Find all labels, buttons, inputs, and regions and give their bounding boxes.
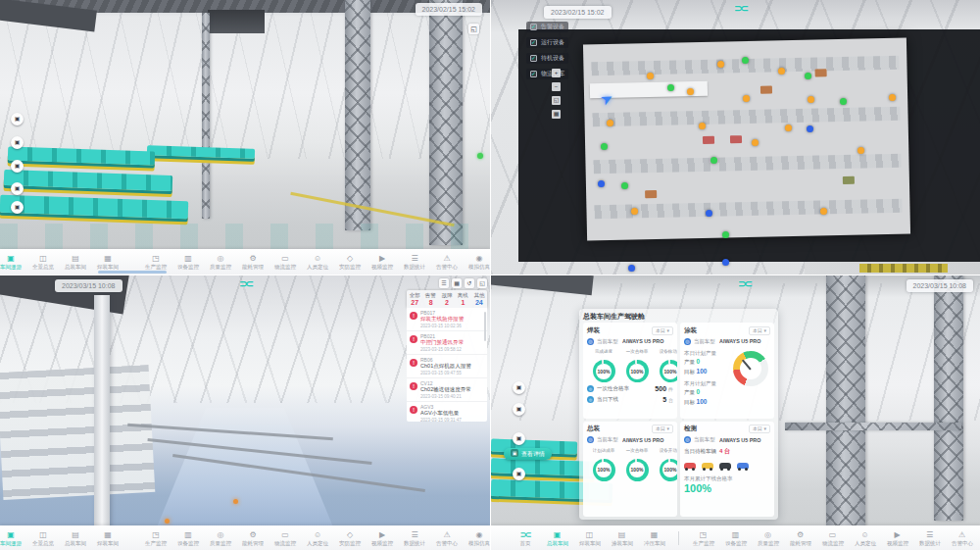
poi-marker[interactable]: ▣ <box>513 381 525 394</box>
toolbar-item-质量监控[interactable]: ◎质量监控 <box>205 254 237 271</box>
range-dropdown[interactable]: 本日 ▾ <box>652 326 673 335</box>
toolbar-item-生产监控[interactable]: ◳生产监控 <box>687 530 719 547</box>
device-dot-o[interactable] <box>889 94 896 101</box>
toolbar-item-设备监控[interactable]: ▥设备监控 <box>719 530 752 547</box>
panel-tool-button[interactable]: ◱ <box>477 278 487 288</box>
toolbar-item-全景总览[interactable]: ◫全景总览 <box>27 530 60 547</box>
map-tool-button[interactable]: ▦ <box>552 110 561 119</box>
checkbox-icon[interactable]: ✓ <box>530 39 537 46</box>
toolbar-item-数据统计[interactable]: ☰数据统计 <box>399 530 431 547</box>
legend-item-待机设备[interactable]: ✓待机设备 <box>526 53 568 64</box>
range-dropdown[interactable]: 本日 ▾ <box>652 425 673 433</box>
toolbar-item-安防监控[interactable]: ◇安防监控 <box>334 530 367 547</box>
toolbar-item-冲压车间[interactable]: ▦冲压车间 <box>638 530 670 547</box>
device-dot-o[interactable] <box>785 125 792 131</box>
toolbar-item-焊装车间[interactable]: ◫焊装车间 <box>573 530 606 547</box>
device-dot-g[interactable] <box>621 182 628 189</box>
device-dot-o[interactable] <box>687 88 694 95</box>
toolbar-item-首页[interactable]: ⊃⊂首页 <box>509 530 541 547</box>
checkbox-icon[interactable]: ✓ <box>530 71 537 77</box>
panel-tool-button[interactable]: ↺ <box>465 278 474 288</box>
alarm-tab-离线[interactable]: 离线1 <box>455 290 470 308</box>
toolbar-item-设备监控[interactable]: ▥设备监控 <box>172 530 205 547</box>
device-dot-g[interactable] <box>805 73 811 79</box>
toolbar-item-视频监控[interactable]: ▶视频监控 <box>881 530 913 547</box>
toolbar-item-模拟仿真[interactable]: ◉模拟仿真 <box>464 254 491 271</box>
toolbar-item-生产监控[interactable]: ◳生产监控 <box>140 530 172 547</box>
toolbar-item-生产监控[interactable]: ◳生产监控 <box>140 254 172 271</box>
toolbar-item-总装车间[interactable]: ▤总装车间 <box>60 254 92 271</box>
device-dot-o[interactable] <box>743 95 750 102</box>
alarm-list-item[interactable]: !RB06Ch01点焊机器人报警2023-03-15 09:47:55 <box>407 355 487 378</box>
alarm-list-item[interactable]: !PB017焊装主线急停报警2023-03-15 10:02:36 <box>407 308 487 331</box>
toolbar-item-质量监控[interactable]: ◎质量监控 <box>752 530 784 547</box>
viewport-plant-map[interactable]: ➤ 2023/02/15 15:02 ⊃⊂ ✓告警设备✓运行设备✓待机设备✓物流… <box>491 0 980 275</box>
device-dot-g[interactable] <box>840 98 847 105</box>
device-dot-o[interactable] <box>778 68 785 75</box>
panel-tool-button[interactable]: ☰ <box>439 278 449 288</box>
toolbar-item-总装车间[interactable]: ▣总装车间 <box>541 530 573 547</box>
poi-marker[interactable]: ▣ <box>11 182 24 195</box>
toolbar-item-数据统计[interactable]: ☰数据统计 <box>913 530 946 547</box>
device-dot-g[interactable] <box>742 57 749 64</box>
toolbar-item-告警中心[interactable]: ⚠告警中心 <box>431 254 464 271</box>
toolbar-item-物流监控[interactable]: ▭物流监控 <box>270 254 302 271</box>
device-dot-g[interactable] <box>722 231 729 238</box>
scene-3d-workshop[interactable] <box>0 0 490 275</box>
alarm-list-item[interactable]: !AGV3AGV小车低电量2023-03-15 09:31:47 <box>407 402 487 422</box>
toolbar-item-能耗管理[interactable]: ⚙能耗管理 <box>237 530 270 547</box>
toolbar-item-物流监控[interactable]: ▭物流监控 <box>816 530 849 547</box>
viewport-workshop-roam[interactable]: 2023/02/15 15:02 ◱ ▣▣▣▣▣ ⊃⊂首页▣车间漫游◫全景总览▤… <box>0 0 490 275</box>
device-dot-o[interactable] <box>631 208 638 215</box>
toolbar-item-告警中心[interactable]: ⚠告警中心 <box>946 530 978 547</box>
device-dot-b[interactable] <box>722 259 729 266</box>
viewport-assembly-aisle[interactable]: 2023/03/15 10:08 ⊃⊂ ☰▦↺◱ 全部27告警8故障2离线1其他… <box>0 275 490 550</box>
poi-marker[interactable]: ▣ <box>11 136 24 149</box>
toolbar-item-告警中心[interactable]: ⚠告警中心 <box>431 530 464 547</box>
alarm-list-item[interactable]: !CV12Ch02输送链速度异常2023-03-15 09:40:21 <box>407 378 487 402</box>
device-dot-b[interactable] <box>628 265 635 272</box>
panel-scrollbar[interactable] <box>484 312 486 341</box>
checkbox-icon[interactable]: ✓ <box>530 24 537 30</box>
toolbar-item-模拟仿真[interactable]: ◉模拟仿真 <box>464 530 491 547</box>
toolbar-item-数据统计[interactable]: ☰数据统计 <box>399 254 431 271</box>
device-dot-b[interactable] <box>598 180 605 187</box>
toolbar-item-视频监控[interactable]: ▶视频监控 <box>367 530 399 547</box>
poi-marker[interactable]: ▣ <box>11 160 24 173</box>
checkbox-icon[interactable]: ✓ <box>530 55 537 62</box>
device-dot-o[interactable] <box>858 147 864 154</box>
panel-tool-button[interactable]: ▦ <box>452 278 462 288</box>
fullscreen-button[interactable]: ◱ <box>468 24 479 34</box>
toolbar-item-设备监控[interactable]: ▥设备监控 <box>172 254 205 271</box>
toolbar-item-总装车间[interactable]: ▤总装车间 <box>60 530 92 547</box>
device-dot-b[interactable] <box>706 210 712 217</box>
poi-marker[interactable]: ▣ <box>513 403 525 416</box>
toolbar-item-全景总览[interactable]: ◫全景总览 <box>27 254 60 271</box>
toolbar-item-焊装车间[interactable]: ▦焊装车间 <box>92 254 124 271</box>
map-tool-button[interactable]: ◱ <box>552 96 561 105</box>
poi-marker[interactable]: ▣ <box>11 113 24 125</box>
device-dot-o[interactable] <box>699 123 706 129</box>
device-dot-o[interactable] <box>820 208 827 215</box>
alarm-tab-其他[interactable]: 其他24 <box>471 290 487 308</box>
device-dot-o[interactable] <box>752 139 759 146</box>
range-dropdown[interactable]: 本日 ▾ <box>749 425 770 433</box>
view-details-button[interactable]: ▣查看详情 <box>504 448 552 460</box>
poi-marker[interactable]: ▣ <box>513 432 525 445</box>
alarm-tab-告警[interactable]: 告警8 <box>422 290 438 308</box>
device-dot-o[interactable] <box>808 96 814 103</box>
toolbar-item-人员定位[interactable]: ☺人员定位 <box>302 530 334 547</box>
device-dot-o[interactable] <box>717 61 724 68</box>
toolbar-item-视频监控[interactable]: ▶视频监控 <box>367 254 399 271</box>
map-tool-button[interactable]: + <box>552 69 561 77</box>
device-dot-g[interactable] <box>710 157 717 164</box>
poi-marker[interactable]: ▣ <box>11 201 24 214</box>
toolbar-item-焊装车间[interactable]: ▦焊装车间 <box>92 530 124 547</box>
toolbar-item-人员定位[interactable]: ☺人员定位 <box>849 530 881 547</box>
range-dropdown[interactable]: 本日 ▾ <box>749 326 770 335</box>
legend-item-运行设备[interactable]: ✓运行设备 <box>526 37 568 48</box>
toolbar-scrollbar[interactable] <box>98 271 167 274</box>
legend-item-告警设备[interactable]: ✓告警设备 <box>526 22 568 32</box>
toolbar-item-质量监控[interactable]: ◎质量监控 <box>205 530 237 547</box>
toolbar-item-涂装车间[interactable]: ▤涂装车间 <box>606 530 638 547</box>
